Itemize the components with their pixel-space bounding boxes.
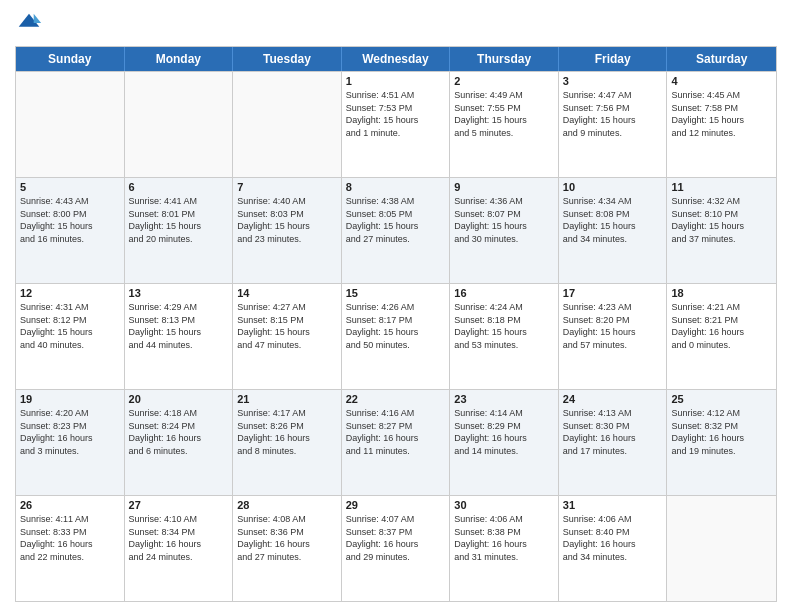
day-info: Sunrise: 4:24 AM Sunset: 8:18 PM Dayligh… [454, 301, 554, 351]
day-info: Sunrise: 4:16 AM Sunset: 8:27 PM Dayligh… [346, 407, 446, 457]
day-info: Sunrise: 4:17 AM Sunset: 8:26 PM Dayligh… [237, 407, 337, 457]
day-cell-6: 6Sunrise: 4:41 AM Sunset: 8:01 PM Daylig… [125, 178, 234, 283]
day-cell-29: 29Sunrise: 4:07 AM Sunset: 8:37 PM Dayli… [342, 496, 451, 601]
day-number: 8 [346, 181, 446, 193]
header-day-saturday: Saturday [667, 47, 776, 71]
week-row-2: 5Sunrise: 4:43 AM Sunset: 8:00 PM Daylig… [16, 177, 776, 283]
day-info: Sunrise: 4:43 AM Sunset: 8:00 PM Dayligh… [20, 195, 120, 245]
day-number: 30 [454, 499, 554, 511]
day-number: 14 [237, 287, 337, 299]
day-cell-10: 10Sunrise: 4:34 AM Sunset: 8:08 PM Dayli… [559, 178, 668, 283]
day-cell-24: 24Sunrise: 4:13 AM Sunset: 8:30 PM Dayli… [559, 390, 668, 495]
day-number: 29 [346, 499, 446, 511]
day-cell-18: 18Sunrise: 4:21 AM Sunset: 8:21 PM Dayli… [667, 284, 776, 389]
week-row-3: 12Sunrise: 4:31 AM Sunset: 8:12 PM Dayli… [16, 283, 776, 389]
day-info: Sunrise: 4:45 AM Sunset: 7:58 PM Dayligh… [671, 89, 772, 139]
day-cell-27: 27Sunrise: 4:10 AM Sunset: 8:34 PM Dayli… [125, 496, 234, 601]
day-info: Sunrise: 4:31 AM Sunset: 8:12 PM Dayligh… [20, 301, 120, 351]
day-number: 6 [129, 181, 229, 193]
day-number: 25 [671, 393, 772, 405]
day-cell-23: 23Sunrise: 4:14 AM Sunset: 8:29 PM Dayli… [450, 390, 559, 495]
day-number: 22 [346, 393, 446, 405]
day-info: Sunrise: 4:06 AM Sunset: 8:38 PM Dayligh… [454, 513, 554, 563]
day-info: Sunrise: 4:12 AM Sunset: 8:32 PM Dayligh… [671, 407, 772, 457]
day-cell-8: 8Sunrise: 4:38 AM Sunset: 8:05 PM Daylig… [342, 178, 451, 283]
day-info: Sunrise: 4:34 AM Sunset: 8:08 PM Dayligh… [563, 195, 663, 245]
header-day-sunday: Sunday [16, 47, 125, 71]
day-info: Sunrise: 4:14 AM Sunset: 8:29 PM Dayligh… [454, 407, 554, 457]
day-info: Sunrise: 4:38 AM Sunset: 8:05 PM Dayligh… [346, 195, 446, 245]
day-cell-5: 5Sunrise: 4:43 AM Sunset: 8:00 PM Daylig… [16, 178, 125, 283]
day-number: 24 [563, 393, 663, 405]
day-number: 28 [237, 499, 337, 511]
day-info: Sunrise: 4:21 AM Sunset: 8:21 PM Dayligh… [671, 301, 772, 351]
day-cell-15: 15Sunrise: 4:26 AM Sunset: 8:17 PM Dayli… [342, 284, 451, 389]
week-row-5: 26Sunrise: 4:11 AM Sunset: 8:33 PM Dayli… [16, 495, 776, 601]
day-cell-4: 4Sunrise: 4:45 AM Sunset: 7:58 PM Daylig… [667, 72, 776, 177]
empty-cell [125, 72, 234, 177]
day-cell-17: 17Sunrise: 4:23 AM Sunset: 8:20 PM Dayli… [559, 284, 668, 389]
day-cell-9: 9Sunrise: 4:36 AM Sunset: 8:07 PM Daylig… [450, 178, 559, 283]
day-cell-21: 21Sunrise: 4:17 AM Sunset: 8:26 PM Dayli… [233, 390, 342, 495]
day-info: Sunrise: 4:27 AM Sunset: 8:15 PM Dayligh… [237, 301, 337, 351]
day-cell-2: 2Sunrise: 4:49 AM Sunset: 7:55 PM Daylig… [450, 72, 559, 177]
day-info: Sunrise: 4:11 AM Sunset: 8:33 PM Dayligh… [20, 513, 120, 563]
day-number: 13 [129, 287, 229, 299]
logo-icon [15, 10, 43, 38]
day-info: Sunrise: 4:41 AM Sunset: 8:01 PM Dayligh… [129, 195, 229, 245]
logo [15, 10, 47, 38]
day-number: 23 [454, 393, 554, 405]
calendar: SundayMondayTuesdayWednesdayThursdayFrid… [15, 46, 777, 602]
day-info: Sunrise: 4:07 AM Sunset: 8:37 PM Dayligh… [346, 513, 446, 563]
week-row-1: 1Sunrise: 4:51 AM Sunset: 7:53 PM Daylig… [16, 71, 776, 177]
day-number: 15 [346, 287, 446, 299]
day-number: 7 [237, 181, 337, 193]
page: SundayMondayTuesdayWednesdayThursdayFrid… [0, 0, 792, 612]
day-info: Sunrise: 4:36 AM Sunset: 8:07 PM Dayligh… [454, 195, 554, 245]
day-info: Sunrise: 4:32 AM Sunset: 8:10 PM Dayligh… [671, 195, 772, 245]
calendar-header: SundayMondayTuesdayWednesdayThursdayFrid… [16, 47, 776, 71]
week-row-4: 19Sunrise: 4:20 AM Sunset: 8:23 PM Dayli… [16, 389, 776, 495]
header-day-wednesday: Wednesday [342, 47, 451, 71]
day-number: 5 [20, 181, 120, 193]
day-number: 20 [129, 393, 229, 405]
header-day-thursday: Thursday [450, 47, 559, 71]
calendar-body: 1Sunrise: 4:51 AM Sunset: 7:53 PM Daylig… [16, 71, 776, 601]
day-cell-28: 28Sunrise: 4:08 AM Sunset: 8:36 PM Dayli… [233, 496, 342, 601]
day-info: Sunrise: 4:29 AM Sunset: 8:13 PM Dayligh… [129, 301, 229, 351]
day-cell-3: 3Sunrise: 4:47 AM Sunset: 7:56 PM Daylig… [559, 72, 668, 177]
day-cell-25: 25Sunrise: 4:12 AM Sunset: 8:32 PM Dayli… [667, 390, 776, 495]
day-cell-7: 7Sunrise: 4:40 AM Sunset: 8:03 PM Daylig… [233, 178, 342, 283]
day-number: 9 [454, 181, 554, 193]
day-number: 31 [563, 499, 663, 511]
header-day-friday: Friday [559, 47, 668, 71]
header-day-monday: Monday [125, 47, 234, 71]
empty-cell [16, 72, 125, 177]
day-info: Sunrise: 4:26 AM Sunset: 8:17 PM Dayligh… [346, 301, 446, 351]
day-cell-30: 30Sunrise: 4:06 AM Sunset: 8:38 PM Dayli… [450, 496, 559, 601]
day-info: Sunrise: 4:06 AM Sunset: 8:40 PM Dayligh… [563, 513, 663, 563]
day-info: Sunrise: 4:47 AM Sunset: 7:56 PM Dayligh… [563, 89, 663, 139]
day-info: Sunrise: 4:10 AM Sunset: 8:34 PM Dayligh… [129, 513, 229, 563]
day-cell-20: 20Sunrise: 4:18 AM Sunset: 8:24 PM Dayli… [125, 390, 234, 495]
day-number: 2 [454, 75, 554, 87]
day-info: Sunrise: 4:49 AM Sunset: 7:55 PM Dayligh… [454, 89, 554, 139]
day-number: 1 [346, 75, 446, 87]
header [15, 10, 777, 38]
day-number: 21 [237, 393, 337, 405]
day-cell-13: 13Sunrise: 4:29 AM Sunset: 8:13 PM Dayli… [125, 284, 234, 389]
day-info: Sunrise: 4:51 AM Sunset: 7:53 PM Dayligh… [346, 89, 446, 139]
day-info: Sunrise: 4:08 AM Sunset: 8:36 PM Dayligh… [237, 513, 337, 563]
day-number: 26 [20, 499, 120, 511]
day-info: Sunrise: 4:23 AM Sunset: 8:20 PM Dayligh… [563, 301, 663, 351]
day-info: Sunrise: 4:18 AM Sunset: 8:24 PM Dayligh… [129, 407, 229, 457]
day-cell-26: 26Sunrise: 4:11 AM Sunset: 8:33 PM Dayli… [16, 496, 125, 601]
day-cell-14: 14Sunrise: 4:27 AM Sunset: 8:15 PM Dayli… [233, 284, 342, 389]
empty-cell [233, 72, 342, 177]
day-number: 17 [563, 287, 663, 299]
day-info: Sunrise: 4:20 AM Sunset: 8:23 PM Dayligh… [20, 407, 120, 457]
day-number: 19 [20, 393, 120, 405]
day-number: 10 [563, 181, 663, 193]
day-cell-16: 16Sunrise: 4:24 AM Sunset: 8:18 PM Dayli… [450, 284, 559, 389]
day-number: 4 [671, 75, 772, 87]
